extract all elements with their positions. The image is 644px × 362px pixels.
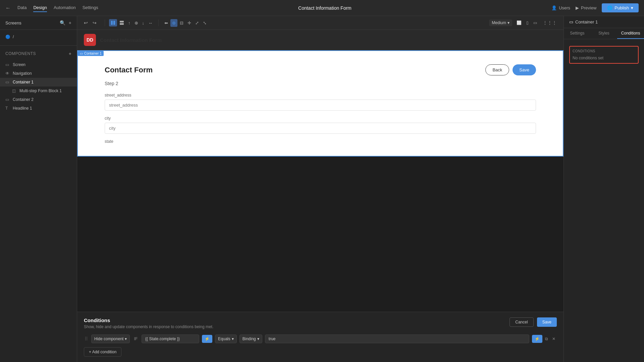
components-header: Components + — [0, 47, 77, 58]
toolbar-separator-1 — [105, 19, 105, 26]
canvas-and-conditions: DD Contact Information Form ▭ Container … — [77, 30, 564, 362]
distribute-icon[interactable]: ✛ — [186, 19, 193, 27]
align-right-icon[interactable]: ⊟ — [178, 19, 185, 27]
tab-settings[interactable]: Settings — [564, 28, 591, 39]
sidebar-item-container2[interactable]: ▭ Container 2 — [0, 95, 77, 104]
conditions-panel-subtitle: Show, hide and update components in resp… — [84, 324, 213, 329]
container1-icon: ▭ — [5, 80, 10, 84]
screen-icon: ▭ — [5, 62, 10, 67]
drag-handle-icon[interactable]: ⠿ — [84, 336, 89, 342]
conditions-section: CONDITIONS No conditions set — [564, 39, 644, 70]
users-button[interactable]: 👤 Users — [551, 5, 570, 10]
undo-button[interactable]: ↩ — [83, 19, 89, 27]
publish-button[interactable]: 🌐 Publish ▾ — [602, 3, 639, 12]
preview-button[interactable]: ▶ Preview — [576, 5, 596, 10]
condition-binding-input[interactable] — [142, 335, 199, 343]
sidebar-item-navigation[interactable]: 👁 Navigation — [0, 69, 77, 78]
form-save-button[interactable]: Save — [513, 64, 536, 75]
nav-automation[interactable]: Automation — [54, 4, 76, 12]
condition-type-select[interactable]: Binding ▾ — [239, 335, 262, 343]
form-buttons: Back Save — [485, 64, 536, 75]
nav-design[interactable]: Design — [33, 4, 47, 12]
add-screen-icon[interactable]: + — [69, 20, 71, 25]
sidebar-item-headline1[interactable]: T Headline 1 — [0, 104, 77, 113]
layout-icons-group: ↑ ⊕ ↓ ↔ — [109, 19, 154, 27]
add-condition-button[interactable]: + Add condition — [84, 347, 121, 357]
view-tablet-icon[interactable]: ▯ — [525, 19, 530, 26]
canvas-container: DD Contact Information Form ▭ Container … — [77, 30, 564, 312]
align-center-h-icon[interactable]: ⊛ — [170, 19, 177, 27]
equals-chevron-icon: ▾ — [232, 337, 234, 341]
layout-columns-icon[interactable] — [109, 19, 117, 26]
condition-copy-icon[interactable]: ⧉ — [544, 335, 549, 343]
view-mobile-icon[interactable]: ▭ — [532, 19, 539, 26]
undo-redo-group: ↩ ↪ — [83, 19, 98, 27]
condition-delete-icon[interactable]: ✕ — [551, 335, 557, 343]
view-desktop-icon[interactable]: ⬜ — [515, 19, 523, 26]
container-label: ▭ Container 1 — [78, 51, 104, 56]
sidebar-item-screen[interactable]: ▭ Screen — [0, 60, 77, 69]
condition-binding-bolt-icon[interactable]: ⚡ — [202, 335, 212, 343]
top-nav-right: 👤 Users ▶ Preview 🌐 Publish ▾ — [551, 3, 639, 12]
conditions-panel: Conditions Show, hide and update compone… — [77, 312, 564, 362]
screens-header-icons: 🔍 + — [60, 20, 71, 25]
condition-action-select[interactable]: Hide component ▾ — [91, 335, 130, 343]
form-field-street: street_address — [105, 93, 536, 111]
layout-rows-icon[interactable] — [118, 19, 126, 26]
form-field-city-label: city — [105, 116, 536, 121]
tab-conditions[interactable]: Conditions — [617, 28, 644, 39]
form-content: Contact Form Back Save Step 2 street_add… — [78, 51, 563, 156]
more-options-icon[interactable]: ⋮⋮⋮ — [541, 19, 558, 27]
component-tree: ▭ Screen 👁 Navigation ▭ Container 1 ◫ Mu… — [0, 58, 77, 115]
publish-chevron-icon: ▾ — [631, 5, 633, 10]
form-field-city: city — [105, 116, 536, 134]
top-nav: ← Data Design Automation Settings Contac… — [0, 0, 644, 16]
form-canvas: ▭ Container 1 Contact Form Back Save — [77, 50, 564, 157]
canvas-toolbar: ↩ ↪ ↑ ⊕ ↓ ↔ ⬅ ⊛ ⊟ ✛ — [77, 16, 564, 30]
main-layout: Screens 🔍 + 🔵 / Components + ▭ Screen 👁 — [0, 16, 644, 362]
condition-equals-select[interactable]: Equals ▾ — [215, 335, 237, 343]
redo-button[interactable]: ↪ — [91, 19, 98, 27]
medium-selector[interactable]: Medium ▾ — [489, 19, 512, 26]
toolbar-separator-2 — [158, 19, 159, 26]
add-component-icon[interactable]: + — [69, 51, 71, 56]
search-icon[interactable]: 🔍 — [60, 20, 65, 25]
nav-items: Data Design Automation Settings — [17, 4, 98, 12]
resize-icon[interactable]: ⤢ — [194, 19, 201, 27]
conditions-save-button[interactable]: Save — [537, 317, 557, 327]
form-title: Contact Form — [105, 66, 153, 74]
align-center-v-icon[interactable]: ⊕ — [133, 19, 140, 27]
align-bottom-icon[interactable]: ↓ — [141, 19, 146, 27]
scale-icon[interactable]: ⤡ — [201, 19, 208, 27]
conditions-panel-header: Conditions Show, hide and update compone… — [84, 317, 557, 329]
top-nav-left: ← Data Design Automation Settings — [5, 4, 98, 12]
conditions-cancel-button[interactable]: Cancel — [509, 317, 533, 327]
condition-value-input[interactable] — [265, 335, 529, 343]
users-icon: 👤 — [551, 5, 557, 10]
sidebar-item-container1[interactable]: ▭ Container 1 — [0, 78, 77, 86]
right-sidebar-title: Container 1 — [575, 19, 598, 24]
form-field-street-input[interactable] — [105, 100, 536, 111]
conditions-highlight-box: CONDITIONS No conditions set — [569, 46, 639, 64]
form-field-state: state — [105, 139, 536, 144]
align-top-icon[interactable]: ↑ — [126, 19, 132, 27]
form-field-city-input[interactable] — [105, 123, 536, 134]
condition-value-bolt-icon[interactable]: ⚡ — [532, 335, 542, 343]
nav-data[interactable]: Data — [17, 4, 26, 12]
components-label: Components — [5, 51, 36, 56]
form-back-button[interactable]: Back — [485, 64, 509, 75]
align-left-icon[interactable]: ⬅ — [163, 19, 170, 27]
back-button[interactable]: ← — [5, 5, 11, 11]
tab-styles[interactable]: Styles — [591, 28, 618, 39]
sidebar-item-multistep[interactable]: ◫ Multi-step Form Block 1 — [0, 86, 77, 95]
right-sidebar-header: ▭ Container 1 — [564, 16, 644, 28]
view-icons-group: ⬜ ▯ ▭ — [515, 19, 539, 26]
align-stretch-icon[interactable]: ↔ — [147, 19, 154, 27]
screens-header: Screens 🔍 + — [0, 16, 77, 30]
nav-settings[interactable]: Settings — [83, 4, 98, 12]
action-chevron-icon: ▾ — [125, 337, 127, 341]
conditions-panel-title: Conditions — [84, 317, 213, 323]
type-chevron-icon: ▾ — [257, 337, 259, 341]
no-conditions-text: No conditions set — [573, 56, 635, 60]
sidebar-item-root[interactable]: 🔵 / — [0, 33, 77, 41]
